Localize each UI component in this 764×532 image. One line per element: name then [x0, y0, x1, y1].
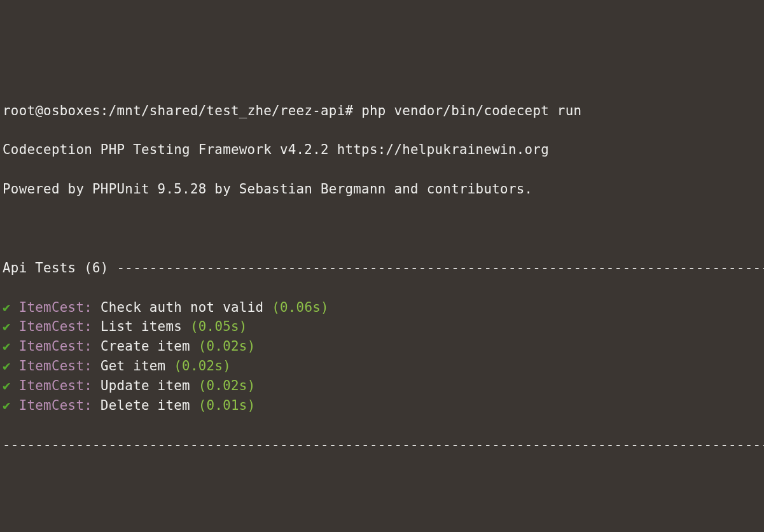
test-row: ✔ ItemCest: List items (0.05s): [3, 317, 764, 337]
space: [353, 103, 361, 118]
api-suite-title: Api Tests (6): [3, 260, 117, 276]
test-row: ✔ ItemCest: Check auth not valid (0.06s): [3, 298, 764, 318]
space: [165, 358, 174, 374]
space: [190, 339, 198, 354]
test-name: Check auth not valid: [101, 300, 263, 315]
check-icon: ✔: [3, 378, 11, 393]
api-tests-list: ✔ ItemCest: Check auth not valid (0.06s)…: [3, 298, 764, 416]
header-line-2: Powered by PHPUnit 9.5.28 by Sebastian B…: [3, 179, 764, 199]
test-class: ItemCest:: [19, 378, 92, 393]
space: [92, 319, 101, 334]
test-class: ItemCest:: [19, 319, 92, 334]
test-name: Get item: [101, 358, 166, 374]
space: [11, 300, 19, 315]
check-icon: ✔: [3, 358, 11, 374]
space: [11, 339, 19, 354]
check-icon: ✔: [3, 300, 11, 315]
test-class: ItemCest:: [19, 300, 92, 315]
prompt-colon: :: [101, 103, 109, 118]
test-class: ItemCest:: [19, 398, 92, 413]
space: [11, 378, 19, 393]
test-time: (0.05s): [190, 319, 247, 334]
space: [11, 398, 19, 413]
test-name: Create item: [101, 339, 190, 354]
dashes: ----------------------------------------…: [3, 435, 764, 455]
prompt-line: root@osboxes:/mnt/shared/test_zhe/reez-a…: [3, 101, 764, 121]
test-class: ItemCest:: [19, 339, 92, 354]
test-name: Update item: [101, 378, 190, 393]
space: [190, 378, 198, 393]
check-icon: ✔: [3, 398, 11, 413]
check-icon: ✔: [3, 339, 11, 354]
space: [92, 339, 101, 354]
test-row: ✔ ItemCest: Update item (0.02s): [3, 376, 764, 396]
terminal-output[interactable]: root@osboxes:/mnt/shared/test_zhe/reez-a…: [3, 81, 764, 532]
test-time: (0.02s): [174, 358, 231, 374]
prompt-hash: #: [345, 103, 354, 118]
prompt-user-host: root@osboxes: [3, 103, 101, 118]
test-row: ✔ ItemCest: Get item (0.02s): [3, 356, 764, 376]
test-row: ✔ ItemCest: Create item (0.02s): [3, 337, 764, 356]
api-suite-header: Api Tests (6) --------------------------…: [3, 258, 764, 278]
header-line-1: Codeception PHP Testing Framework v4.2.2…: [3, 140, 764, 160]
test-name: Delete item: [101, 398, 190, 413]
space: [92, 378, 101, 393]
space: [92, 358, 101, 374]
test-name: List items: [101, 319, 182, 334]
space: [11, 358, 19, 374]
blank-line: [3, 514, 764, 532]
test-time: (0.06s): [272, 300, 329, 315]
test-time: (0.01s): [198, 398, 256, 413]
test-class: ItemCest:: [19, 358, 92, 374]
space: [92, 398, 101, 413]
space: [92, 300, 101, 315]
dashes: ----------------------------------------…: [117, 260, 765, 276]
space: [263, 300, 272, 315]
space: [182, 319, 190, 334]
blank-line: [3, 475, 764, 494]
test-row: ✔ ItemCest: Delete item (0.01s): [3, 396, 764, 416]
blank-line: [3, 219, 764, 239]
test-time: (0.02s): [198, 378, 256, 393]
space: [11, 319, 19, 334]
check-icon: ✔: [3, 319, 11, 334]
space: [190, 398, 198, 413]
prompt-path: /mnt/shared/test_zhe/reez-api: [109, 103, 345, 118]
test-time: (0.02s): [198, 339, 256, 354]
command-text: php vendor/bin/codecept run: [361, 103, 581, 118]
